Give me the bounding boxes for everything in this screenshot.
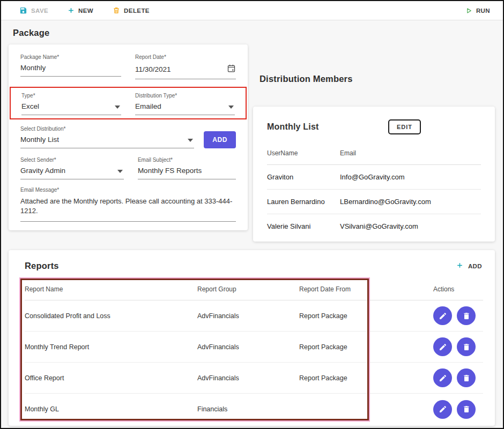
pencil-icon bbox=[439, 312, 447, 320]
report-row: Monthly Trend Report AdvFinancials Repor… bbox=[25, 332, 483, 363]
distribution-members-section: Distribution Members Monthly List EDIT U… bbox=[253, 25, 495, 242]
column-email: Email bbox=[340, 149, 481, 157]
member-email: VSilvani@GoGravity.com bbox=[340, 222, 481, 230]
select-distribution-label: Select Distribution* bbox=[20, 126, 194, 132]
report-name: Monthly Trend Report bbox=[25, 343, 197, 351]
email-subject-field: Email Subject* Monthly FS Reports bbox=[138, 157, 236, 179]
member-row: Lauren Bernardino LBernardino@GoGravity.… bbox=[267, 190, 481, 214]
member-row: Graviton Info@GoGravity.com bbox=[267, 165, 481, 190]
package-name-field: Package Name* Monthly bbox=[20, 54, 121, 79]
trash-icon bbox=[113, 6, 120, 14]
add-distribution-button[interactable]: ADD bbox=[204, 131, 236, 148]
content: Package Package Name* Monthly Report Dat… bbox=[1, 20, 503, 426]
email-message-label: Email Message* bbox=[20, 187, 236, 193]
package-name-label: Package Name* bbox=[20, 54, 121, 60]
column-report-name: Report Name bbox=[25, 285, 197, 293]
email-subject-value: Monthly FS Reports bbox=[138, 167, 202, 175]
package-name-input[interactable]: Monthly bbox=[20, 64, 121, 77]
type-field: Type* Excel bbox=[21, 93, 121, 115]
delete-report-button[interactable] bbox=[457, 400, 476, 419]
delete-button[interactable]: DELETE bbox=[113, 6, 150, 14]
column-report-date-from: Report Date From bbox=[299, 285, 412, 293]
save-button[interactable]: SAVE bbox=[19, 6, 48, 14]
plus-icon bbox=[456, 262, 463, 270]
report-name: Monthly GL bbox=[25, 405, 197, 413]
select-sender-label: Select Sender* bbox=[20, 157, 124, 163]
select-sender-value: Gravity Admin bbox=[20, 167, 65, 175]
distribution-type-select[interactable]: Emailed bbox=[135, 102, 235, 115]
run-button[interactable]: RUN bbox=[465, 7, 490, 14]
select-sender-field: Select Sender* Gravity Admin bbox=[20, 157, 124, 179]
distribution-type-value: Emailed bbox=[135, 102, 161, 110]
pencil-icon bbox=[439, 343, 447, 351]
trash-icon bbox=[462, 343, 471, 351]
delete-report-button[interactable] bbox=[457, 368, 476, 387]
report-name: Consolidated Profit and Loss bbox=[25, 312, 197, 320]
distribution-type-field: Distribution Type* Emailed bbox=[135, 93, 235, 115]
member-username: Valerie Silvani bbox=[267, 222, 340, 230]
chevron-down-icon bbox=[228, 102, 234, 110]
add-report-label: ADD bbox=[468, 263, 482, 269]
select-sender-select[interactable]: Gravity Admin bbox=[20, 167, 124, 179]
report-group: AdvFinancials bbox=[197, 343, 299, 351]
report-date-from: Report Package bbox=[299, 343, 412, 351]
email-subject-input[interactable]: Monthly FS Reports bbox=[138, 167, 236, 179]
chevron-down-icon bbox=[115, 102, 120, 110]
edit-list-button[interactable]: EDIT bbox=[388, 119, 421, 134]
report-date-input[interactable]: 11/30/2021 bbox=[135, 64, 236, 79]
select-distribution-select[interactable]: Monthly List bbox=[20, 136, 194, 148]
reports-table: Report Name Report Group Report Date Fro… bbox=[25, 277, 483, 425]
type-select[interactable]: Excel bbox=[21, 102, 121, 115]
run-label: RUN bbox=[476, 7, 490, 14]
edit-report-button[interactable] bbox=[433, 306, 452, 325]
report-group: AdvFinancials bbox=[197, 374, 299, 382]
report-date-from: Report Package bbox=[299, 374, 412, 382]
save-label: SAVE bbox=[31, 7, 48, 14]
email-message-input[interactable]: Attached are the Monthly reports. Please… bbox=[20, 197, 236, 222]
edit-report-button[interactable] bbox=[433, 400, 452, 419]
new-button[interactable]: NEW bbox=[68, 7, 93, 14]
report-row: Monthly GL Financials bbox=[25, 394, 483, 425]
pencil-icon bbox=[439, 405, 447, 413]
chevron-down-icon bbox=[188, 136, 193, 144]
edit-report-button[interactable] bbox=[433, 337, 452, 356]
report-row: Consolidated Profit and Loss AdvFinancia… bbox=[25, 300, 483, 332]
report-date-field: Report Date* 11/30/2021 bbox=[135, 54, 236, 79]
report-group: Financials bbox=[197, 405, 299, 413]
save-icon bbox=[19, 6, 27, 14]
distribution-members-title: Distribution Members bbox=[260, 74, 495, 84]
toolbar: SAVE NEW DELETE RUN bbox=[1, 1, 503, 20]
select-distribution-value: Monthly List bbox=[20, 136, 59, 144]
calendar-icon[interactable] bbox=[227, 64, 236, 74]
column-actions: Actions bbox=[412, 285, 483, 293]
pencil-icon bbox=[439, 374, 447, 382]
member-email: Info@GoGravity.com bbox=[340, 173, 481, 181]
delete-label: DELETE bbox=[124, 7, 150, 14]
email-subject-label: Email Subject* bbox=[138, 157, 236, 163]
package-title: Package bbox=[13, 28, 248, 38]
edit-report-button[interactable] bbox=[433, 368, 452, 387]
app-window: SAVE NEW DELETE RUN Package bbox=[0, 0, 504, 429]
report-row: Office Report AdvFinancials Report Packa… bbox=[25, 363, 483, 394]
report-group: AdvFinancials bbox=[197, 312, 299, 320]
members-card: Monthly List EDIT UserName Email Gravito… bbox=[253, 107, 495, 242]
reports-title: Reports bbox=[25, 261, 59, 271]
report-name: Office Report bbox=[25, 374, 197, 382]
type-label: Type* bbox=[21, 93, 121, 99]
trash-icon bbox=[462, 374, 471, 382]
column-username: UserName bbox=[267, 149, 340, 157]
member-row: Valerie Silvani VSilvani@GoGravity.com bbox=[267, 214, 481, 238]
list-title: Monthly List bbox=[267, 122, 319, 132]
member-email: LBernardino@GoGravity.com bbox=[340, 198, 481, 206]
delete-report-button[interactable] bbox=[457, 337, 476, 356]
members-table-header: UserName Email bbox=[267, 143, 481, 165]
plus-icon bbox=[68, 7, 75, 14]
add-report-button[interactable]: ADD bbox=[456, 262, 482, 270]
member-username: Lauren Bernardino bbox=[267, 198, 340, 206]
delete-report-button[interactable] bbox=[457, 306, 476, 325]
trash-icon bbox=[462, 405, 471, 413]
new-label: NEW bbox=[78, 7, 93, 14]
report-date-value: 11/30/2021 bbox=[135, 65, 171, 73]
play-icon bbox=[465, 7, 472, 14]
email-message-field: Email Message* Attached are the Monthly … bbox=[20, 187, 236, 222]
